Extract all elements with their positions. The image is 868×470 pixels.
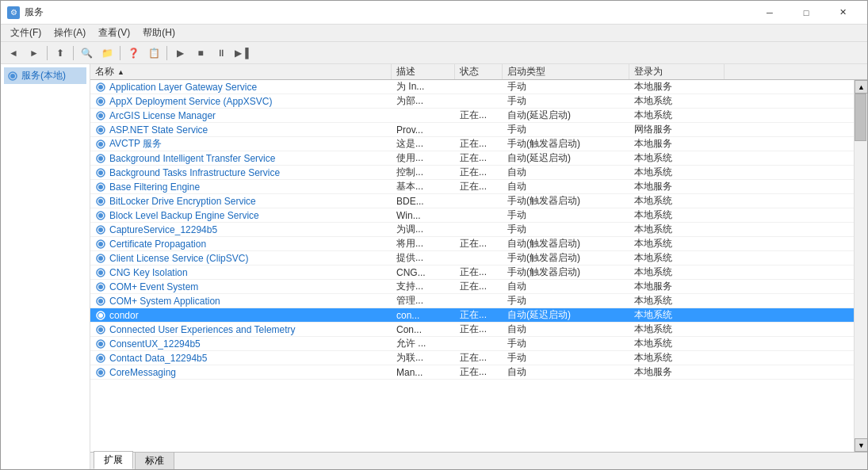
header-start-type[interactable]: 启动类型: [503, 64, 629, 79]
header-desc[interactable]: 描述: [392, 64, 455, 79]
cell-start-type: 自动(延迟启动): [503, 308, 629, 322]
cell-desc: BDE...: [392, 194, 455, 208]
cell-start-type: 手动(触发器启动): [503, 266, 629, 279]
cell-logon: 本地系统: [629, 308, 725, 322]
scroll-down-arrow[interactable]: ▼: [855, 438, 867, 452]
cell-logon: 本地系统: [629, 223, 725, 236]
table-row[interactable]: CNG Key IsolationCNG...正在...手动(触发器启动)本地系…: [90, 266, 854, 280]
cell-status: 正在...: [455, 365, 503, 379]
table-row[interactable]: Application Layer Gateway Service为 In...…: [90, 80, 854, 94]
scroll-thumb[interactable]: [855, 94, 866, 141]
table-row[interactable]: ArcGIS License Manager正在...自动(延迟启动)本地系统: [90, 109, 854, 123]
table-row[interactable]: BitLocker Drive Encryption ServiceBDE...…: [90, 194, 854, 208]
toolbar-stop[interactable]: ■: [191, 44, 210, 62]
table-row[interactable]: Background Intelligent Transfer Service使…: [90, 151, 854, 166]
menu-file[interactable]: 文件(F): [4, 25, 48, 41]
service-name-text: ArcGIS License Manager: [109, 110, 216, 121]
table-row[interactable]: Block Level Backup Engine ServiceWin...手…: [90, 208, 854, 223]
cell-status: [455, 123, 503, 136]
table-row[interactable]: CaptureService_12294b5为调...手动本地系统: [90, 223, 854, 237]
cell-desc: 基本...: [392, 180, 455, 193]
toolbar-help[interactable]: ❓: [124, 44, 143, 62]
table-row[interactable]: AVCTP 服务这是...正在...手动(触发器启动)本地服务: [90, 137, 854, 151]
table-row[interactable]: ASP.NET State ServiceProv...手动网络服务: [90, 123, 854, 137]
service-name-text: Connected User Experiences and Telemetry: [109, 324, 296, 335]
service-name-text: Client License Service (ClipSVC): [109, 253, 248, 264]
table-row[interactable]: AppX Deployment Service (AppXSVC)为部...手动…: [90, 94, 854, 109]
service-gear-icon: [95, 210, 106, 221]
cell-status: 正在...: [455, 351, 503, 365]
toolbar-up[interactable]: ⬆: [51, 44, 70, 62]
cell-name: ASP.NET State Service: [90, 123, 392, 136]
cell-name: Application Layer Gateway Service: [90, 80, 392, 94]
table-row[interactable]: Background Tasks Infrastructure Service控…: [90, 166, 854, 180]
service-gear-icon: [95, 167, 106, 178]
cell-status: [455, 223, 503, 236]
service-gear-icon: [95, 96, 106, 107]
toolbar-back[interactable]: ◄: [4, 44, 23, 62]
table-row[interactable]: Client License Service (ClipSVC)提供...手动(…: [90, 251, 854, 266]
table-row[interactable]: CoreMessagingMan...正在...自动本地服务: [90, 365, 854, 380]
scroll-up-arrow[interactable]: ▲: [855, 80, 867, 94]
scroll-track[interactable]: [855, 94, 867, 438]
maximize-button[interactable]: □: [788, 1, 824, 25]
toolbar-restart[interactable]: ▶▐: [232, 44, 251, 62]
app-icon: ⚙: [7, 6, 20, 19]
svg-point-8: [98, 128, 103, 132]
cell-desc: 允许 ...: [392, 337, 455, 350]
table-row[interactable]: Base Filtering Engine基本...正在...自动本地服务: [90, 180, 854, 194]
toolbar-pause[interactable]: ⏸: [212, 44, 231, 62]
menu-view[interactable]: 查看(V): [92, 25, 136, 41]
close-button[interactable]: ✕: [824, 1, 861, 25]
cell-logon: 本地系统: [629, 351, 725, 365]
cell-status: 正在...: [455, 109, 503, 122]
cell-desc: 控制...: [392, 166, 455, 179]
minimize-button[interactable]: ─: [751, 1, 788, 25]
svg-point-4: [98, 99, 103, 104]
table-row[interactable]: COM+ System Application管理...手动本地系统: [90, 294, 854, 308]
cell-desc: Win...: [392, 208, 455, 222]
cell-logon: 本地系统: [629, 337, 725, 350]
cell-start-type: 自动: [503, 180, 629, 193]
toolbar-export[interactable]: 📋: [144, 44, 163, 62]
service-name-text: Background Tasks Infrastructure Service: [109, 167, 280, 178]
menu-action[interactable]: 操作(A): [48, 25, 92, 41]
cell-desc: 为联...: [392, 351, 455, 365]
tab-standard[interactable]: 标准: [135, 452, 174, 469]
service-name-text: ConsentUX_12294b5: [109, 338, 201, 350]
header-logon[interactable]: 登录为: [629, 64, 725, 79]
table-row[interactable]: Connected User Experiences and Telemetry…: [90, 323, 854, 337]
table-row[interactable]: Contact Data_12294b5为联...正在...手动本地系统: [90, 351, 854, 365]
table-row[interactable]: Certificate Propagation将用...正在...自动(触发器启…: [90, 237, 854, 251]
toolbar-start[interactable]: ▶: [170, 44, 189, 62]
table-row[interactable]: ConsentUX_12294b5允许 ...手动本地系统: [90, 337, 854, 351]
vertical-scrollbar[interactable]: ▲ ▼: [854, 80, 867, 452]
cell-start-type: 自动(延迟启动): [503, 151, 629, 165]
svg-point-36: [98, 327, 103, 332]
tab-expand[interactable]: 扩展: [94, 451, 133, 469]
cell-start-type: 手动(触发器启动): [503, 251, 629, 265]
toolbar-separator-2: [73, 46, 74, 60]
cell-status: 正在...: [455, 308, 503, 322]
main-content: 服务(本地) 名称 ▲ 描述 状态 启动类型: [1, 64, 867, 469]
menu-help[interactable]: 帮助(H): [136, 25, 182, 41]
header-status[interactable]: 状态: [455, 64, 503, 79]
cell-logon: 网络服务: [629, 123, 725, 136]
cell-status: 正在...: [455, 137, 503, 151]
service-gear-icon: [95, 267, 106, 278]
table-row[interactable]: condorcon...正在...自动(延迟启动)本地系统: [90, 308, 854, 323]
cell-desc: Con...: [392, 323, 455, 336]
table-row[interactable]: COM+ Event System支持...正在...自动本地服务: [90, 280, 854, 294]
svg-point-2: [98, 85, 103, 90]
header-name[interactable]: 名称 ▲: [90, 64, 392, 79]
cell-name: Block Level Backup Engine Service: [90, 208, 392, 222]
cell-desc: Man...: [392, 365, 455, 379]
toolbar-search[interactable]: 🔍: [77, 44, 96, 62]
cell-desc: Prov...: [392, 123, 455, 136]
cell-start-type: 手动: [503, 208, 629, 222]
cell-name: CNG Key Isolation: [90, 266, 392, 279]
sidebar-item-services-local[interactable]: 服务(本地): [4, 67, 86, 84]
toolbar-forward[interactable]: ►: [25, 44, 44, 62]
cell-logon: 本地服务: [629, 137, 725, 151]
toolbar-folders[interactable]: 📁: [98, 44, 117, 62]
